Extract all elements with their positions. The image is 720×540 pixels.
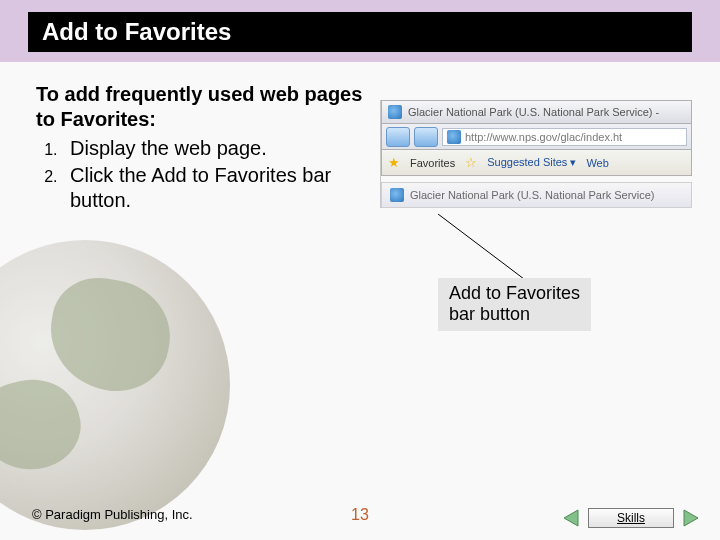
callout-box: Add to Favorites bar button [438, 278, 591, 331]
step-1: Display the web page. [62, 136, 366, 161]
browser-address-bar: http://www.nps.gov/glac/index.ht [381, 124, 692, 150]
url-field: http://www.nps.gov/glac/index.ht [442, 128, 687, 146]
skills-button[interactable]: Skills [588, 508, 674, 528]
tab-title: Glacier National Park (U.S. National Par… [410, 189, 655, 201]
prev-slide-button[interactable] [560, 508, 582, 528]
svg-marker-1 [564, 510, 578, 526]
suggested-sites-link: Suggested Sites ▾ [487, 156, 576, 169]
tab-favicon-icon [390, 188, 404, 202]
svg-marker-2 [684, 510, 698, 526]
next-slide-button[interactable] [680, 508, 702, 528]
browser-window-titlebar: Glacier National Park (U.S. National Par… [381, 100, 692, 124]
browser-screenshot: Glacier National Park (U.S. National Par… [380, 100, 692, 208]
callout-leader-line [438, 214, 548, 286]
back-button-icon [386, 127, 410, 147]
svg-line-0 [438, 214, 528, 282]
slide-title-bar: Add to Favorites [28, 12, 692, 52]
callout-line-1: Add to Favorites [449, 283, 580, 304]
site-favicon-icon [388, 105, 402, 119]
favorites-label: Favorites [410, 157, 455, 169]
footer-controls: Skills [560, 508, 702, 528]
add-to-favorites-star-icon: ☆ [465, 155, 477, 170]
steps-list: Display the web page. Click the Add to F… [36, 136, 366, 213]
browser-window-title: Glacier National Park (U.S. National Par… [408, 106, 659, 118]
callout-line-2: bar button [449, 304, 580, 325]
slide-title: Add to Favorites [42, 18, 231, 46]
browser-tab: Glacier National Park (U.S. National Par… [381, 182, 692, 208]
url-text: http://www.nps.gov/glac/index.ht [465, 131, 622, 143]
step-2: Click the Add to Favorites bar button. [62, 163, 366, 213]
globe-graphic [0, 240, 230, 530]
intro-text: To add frequently used web pages to Favo… [36, 82, 366, 132]
web-slice-link: Web [586, 157, 608, 169]
favorites-star-icon: ★ [388, 155, 400, 170]
url-favicon-icon [447, 130, 461, 144]
forward-button-icon [414, 127, 438, 147]
body-content: To add frequently used web pages to Favo… [36, 82, 366, 215]
favorites-bar: ★ Favorites ☆ Suggested Sites ▾ Web [381, 150, 692, 176]
